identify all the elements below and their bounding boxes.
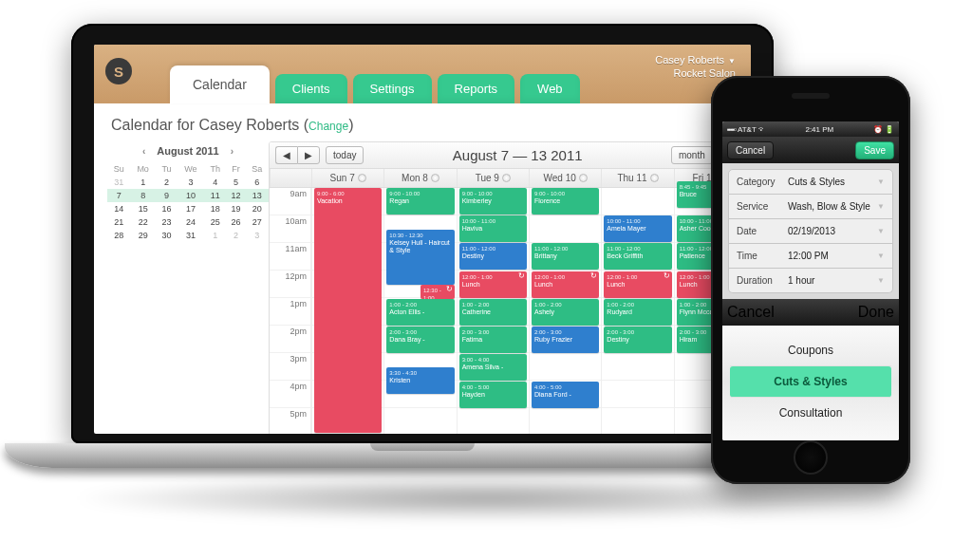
mini-day[interactable]: 22 [130,215,156,229]
mini-next-button[interactable]: › [231,146,234,157]
mini-day[interactable]: 9 [156,189,178,202]
calendar-event[interactable]: 12:00 - 1:00Lunch↻ [459,271,527,298]
day-header: Thu 11 [601,169,673,187]
month-view-button[interactable]: month [671,146,713,164]
calendar-event[interactable]: 1:00 - 2:00Acton Ellis - [386,299,454,326]
calendar-event[interactable]: 9:00 - 10:00Regan [386,188,454,215]
day-column[interactable]: 9:00 - 10:00Regan10:30 - 12:30Kelsey Hul… [383,188,456,434]
calendar-event[interactable]: 11:00 - 12:00Beck Griffith [604,243,671,270]
mini-day[interactable]: 31 [107,176,130,189]
event-title: Patience [680,252,705,259]
calendar-event[interactable]: 9:00 - 10:00Florence [532,188,599,215]
mini-day[interactable]: 11 [204,189,226,202]
calendar-event[interactable]: 9:00 - 10:00Kimberley [459,188,527,215]
mini-day[interactable]: 23 [156,215,178,229]
mini-day[interactable]: 14 [107,202,130,215]
day-column[interactable]: 9:00 - 10:00Kimberley10:00 - 11:00Haviva… [457,188,529,434]
calendar-event[interactable]: 12:30 - 1:00Lunch↻ [421,285,455,299]
calendar-event[interactable]: 11:00 - 12:00Brittany [532,243,599,270]
calendar-event[interactable]: 2:00 - 3:00Ruby Frazier [532,327,599,353]
form-row[interactable]: Date02/19/2013▼ [728,219,893,244]
picker-option[interactable]: Coupons [730,335,891,366]
picker-option[interactable]: Cuts & Styles [730,366,891,398]
event-time: 2:00 - 3:00 [389,328,451,336]
calendar-event[interactable]: 1:00 - 2:00Ashely [532,299,599,326]
next-week-button[interactable]: ▶ [297,146,320,164]
form-row[interactable]: ServiceWash, Blow & Style▼ [728,195,893,219]
picker-done-button[interactable]: Done [858,304,894,321]
calendar-event[interactable]: 1:00 - 2:00Catherine [459,299,527,326]
mini-day[interactable]: 4 [204,176,226,189]
picker-option[interactable]: Consultation [730,398,891,428]
form-row[interactable]: Duration1 hour▼ [728,269,893,293]
mini-day[interactable]: 18 [204,202,226,215]
mini-day[interactable]: 2 [156,176,178,189]
mini-day[interactable]: 2 [226,229,245,242]
mini-day[interactable]: 28 [107,229,130,242]
today-button[interactable]: today [326,146,364,164]
change-link[interactable]: Change [308,120,348,133]
mini-day[interactable]: 3 [178,176,204,189]
day-column[interactable]: 9:00 - 6:00Vacation [311,188,383,434]
mini-day[interactable]: 16 [156,202,178,215]
calendar-event[interactable]: 12:00 - 1:00Lunch↻ [532,271,599,298]
mini-day[interactable]: 12 [226,189,245,202]
event-time: 9:00 - 10:00 [534,190,596,197]
day-column[interactable]: 10:00 - 11:00Amela Mayer11:00 - 12:00Bec… [601,188,673,434]
calendar-event[interactable]: 9:00 - 6:00Vacation [314,188,382,433]
mini-day[interactable]: 1 [204,229,226,242]
tab-web[interactable]: Web [520,74,580,103]
category-picker[interactable]: CouponsCuts & StylesConsultation [722,326,899,440]
tab-calendar[interactable]: Calendar [170,65,270,103]
mini-day[interactable]: 25 [204,215,226,229]
calendar-event[interactable]: 10:00 - 11:00Haviva [459,215,527,242]
mini-dow: We [178,162,204,176]
mini-day[interactable]: 7 [107,189,130,202]
calendar-event[interactable]: 3:30 - 4:30Kristen [386,367,454,394]
calendar-event[interactable]: 4:00 - 5:00Diana Ford - [532,382,599,408]
mini-day[interactable]: 3 [246,229,269,242]
appointment-form: CategoryCuts & Styles▼ServiceWash, Blow … [722,163,899,299]
phone-cancel-button[interactable]: Cancel [727,141,774,159]
mini-day[interactable]: 15 [130,202,156,215]
mini-day[interactable]: 26 [226,215,245,229]
day-column[interactable]: 9:00 - 10:00Florence11:00 - 12:00Brittan… [529,188,601,434]
picker-cancel-button[interactable]: Cancel [727,304,775,321]
mini-day[interactable]: 29 [130,229,156,242]
mini-day[interactable]: 30 [156,229,178,242]
calendar-event[interactable]: 2:00 - 3:00Fatima [459,327,527,353]
calendar-event[interactable]: 3:00 - 4:00Amena Silva - [459,354,527,381]
mini-prev-button[interactable]: ‹ [142,146,145,157]
mini-day[interactable]: 17 [178,202,204,215]
mini-day[interactable]: 10 [178,189,204,202]
calendar-event[interactable]: 12:00 - 1:00Lunch↻ [604,271,671,298]
prev-week-button[interactable]: ◀ [275,146,297,164]
mini-day[interactable]: 6 [246,176,269,189]
mini-day[interactable]: 19 [226,202,245,215]
mini-day[interactable]: 31 [178,229,204,242]
mini-day[interactable]: 24 [178,215,204,229]
calendar-event[interactable]: 10:30 - 12:30Kelsey Hull - Haircut & Sty… [386,230,454,285]
calendar-event[interactable]: 4:00 - 5:00Hayden [459,382,527,408]
logo-icon[interactable]: S [105,58,132,84]
phone-save-button[interactable]: Save [855,141,894,159]
tab-settings[interactable]: Settings [353,74,432,103]
calendar-event[interactable]: 2:00 - 3:00Destiny [604,327,671,353]
calendar-event[interactable]: 11:00 - 12:00Destiny [459,243,527,270]
calendar-event[interactable]: 1:00 - 2:00Rudyard [604,299,671,326]
tab-clients[interactable]: Clients [275,74,347,103]
form-row[interactable]: Time12:00 PM▼ [728,244,893,269]
user-menu[interactable]: Casey Roberts▼ Rocket Salon [655,54,736,80]
mini-day[interactable]: 20 [246,202,269,215]
mini-day[interactable]: 8 [130,189,156,202]
form-row[interactable]: CategoryCuts & Styles▼ [728,169,893,195]
mini-day[interactable]: 1 [130,176,156,189]
event-title: Hiram [680,336,698,343]
tab-reports[interactable]: Reports [438,74,515,103]
mini-day[interactable]: 27 [246,215,269,229]
mini-day[interactable]: 21 [107,215,130,229]
mini-day[interactable]: 5 [226,176,245,189]
calendar-event[interactable]: 10:00 - 11:00Amela Mayer [604,215,671,242]
calendar-event[interactable]: 2:00 - 3:00Dana Bray - [386,327,454,353]
mini-day[interactable]: 13 [246,189,269,202]
